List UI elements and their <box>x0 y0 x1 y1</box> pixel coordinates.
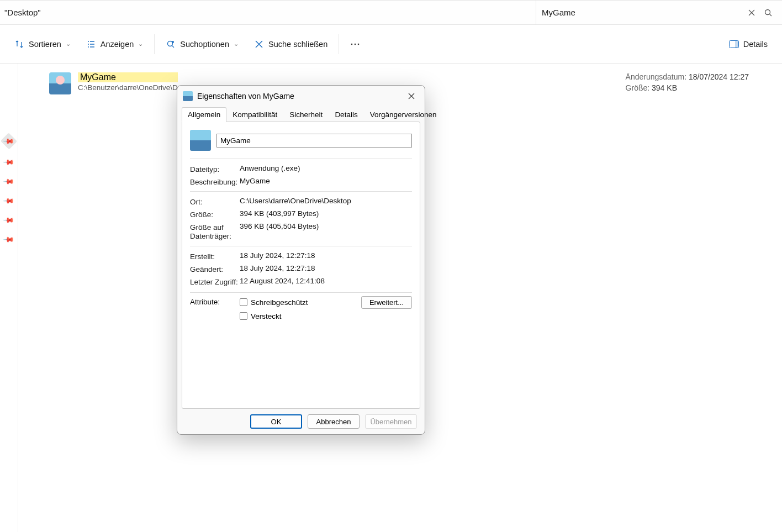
svg-rect-7 <box>735 40 739 48</box>
view-icon <box>86 39 96 49</box>
apply-button: Übernehmen <box>365 414 417 429</box>
sort-button[interactable]: Sortieren ⌄ <box>7 35 78 54</box>
filetype-value: Anwendung (.exe) <box>240 164 412 172</box>
description-value: MyGame <box>240 177 412 185</box>
size-label: Größe: <box>626 83 650 92</box>
chevron-down-icon: ⌄ <box>66 40 71 48</box>
size-label: Größe: <box>190 209 240 219</box>
readonly-checkbox[interactable] <box>240 298 247 306</box>
location-value: C:\Users\darre\OneDrive\Desktop <box>240 197 412 205</box>
toolbar-separator <box>154 34 155 54</box>
sort-label: Sortieren <box>29 40 61 49</box>
search-options-label: Suchoptionen <box>180 40 229 49</box>
dialog-title: Eigenschaften von MyGame <box>197 92 399 101</box>
file-meta-panel: Änderungsdatum: 18/07/2024 12:27 Größe: … <box>626 72 749 94</box>
accessed-value: 12 August 2024, 12:41:08 <box>240 277 412 285</box>
more-button[interactable] <box>342 35 368 54</box>
left-rail: 📌 📌 📌 📌 📌 📌 <box>0 64 18 532</box>
cancel-button[interactable]: Abbrechen <box>308 414 360 429</box>
size-on-disk-value: 396 KB (405,504 Bytes) <box>240 222 412 230</box>
size-value: 394 KB (403,997 Bytes) <box>240 209 412 218</box>
svg-point-2 <box>172 41 174 43</box>
advanced-button[interactable]: Erweitert... <box>361 296 412 309</box>
view-label: Anzeigen <box>101 40 134 49</box>
svg-point-0 <box>765 9 770 14</box>
file-name: MyGame <box>78 72 178 82</box>
details-pane-button[interactable]: Details <box>721 35 775 54</box>
top-bar: "Desktop" MyGame <box>0 0 782 25</box>
tab-previous-versions[interactable]: Vorgängerversionen <box>364 107 443 122</box>
close-icon <box>254 39 264 49</box>
close-search-button[interactable]: Suche schließen <box>246 35 335 54</box>
dialog-titlebar[interactable]: Eigenschaften von MyGame <box>177 86 425 107</box>
created-label: Erstellt: <box>190 251 240 261</box>
chevron-down-icon: ⌄ <box>138 40 143 48</box>
close-search-label: Suche schließen <box>268 40 327 49</box>
search-options-button[interactable]: Suchoptionen ⌄ <box>158 35 246 54</box>
modified-value: 18/07/2024 12:27 <box>689 72 749 81</box>
description-label: Beschreibung: <box>190 177 240 186</box>
details-pane-label: Details <box>743 40 768 49</box>
accessed-label: Letzter Zugriff: <box>190 277 240 287</box>
search-icon[interactable] <box>760 9 776 17</box>
modified-label: Geändert: <box>190 264 240 273</box>
filename-input[interactable] <box>216 134 412 148</box>
pin-icon[interactable]: 📌 <box>1 133 17 149</box>
svg-point-3 <box>351 43 353 45</box>
tab-details[interactable]: Details <box>329 107 363 122</box>
view-button[interactable]: Anzeigen ⌄ <box>78 35 151 54</box>
address-bar[interactable]: "Desktop" <box>0 1 536 24</box>
ok-button[interactable]: OK <box>250 414 302 429</box>
size-value: 394 KB <box>652 83 677 92</box>
address-path: "Desktop" <box>4 8 41 17</box>
attributes-label: Attribute: <box>190 296 240 306</box>
size-on-disk-label: Größe auf Datenträger: <box>190 222 240 241</box>
location-label: Ort: <box>190 197 240 206</box>
search-options-icon <box>166 39 176 49</box>
search-query: MyGame <box>542 8 743 17</box>
toolbar: Sortieren ⌄ Anzeigen ⌄ Suchoptionen ⌄ Su… <box>0 25 782 64</box>
pin-icon[interactable]: 📌 <box>3 214 15 227</box>
chevron-down-icon: ⌄ <box>234 40 239 48</box>
pin-icon[interactable]: 📌 <box>3 195 15 207</box>
readonly-label: Schreibgeschützt <box>251 298 308 307</box>
properties-dialog: Eigenschaften von MyGame Allgemein Kompa… <box>177 85 425 435</box>
file-large-icon <box>190 130 211 151</box>
file-icon <box>49 72 71 94</box>
dialog-tabs: Allgemein Kompatibilität Sicherheit Deta… <box>177 107 425 122</box>
modified-label: Änderungsdatum: <box>626 72 687 81</box>
dialog-buttons: OK Abbrechen Übernehmen <box>177 409 425 434</box>
pin-icon[interactable]: 📌 <box>3 156 15 168</box>
hidden-label: Versteckt <box>251 312 282 320</box>
tab-general[interactable]: Allgemein <box>182 107 226 122</box>
created-value: 18 July 2024, 12:27:18 <box>240 251 412 260</box>
dialog-close-button[interactable] <box>404 88 419 104</box>
svg-point-4 <box>355 43 356 45</box>
sort-icon <box>14 39 24 49</box>
tab-security[interactable]: Sicherheit <box>283 107 329 122</box>
svg-point-5 <box>358 43 360 45</box>
dialog-icon <box>183 91 193 101</box>
toolbar-separator <box>339 34 339 54</box>
search-box[interactable]: MyGame <box>536 1 782 24</box>
tab-body-general: Dateityp: Anwendung (.exe) Beschreibung:… <box>182 122 420 409</box>
pin-icon[interactable]: 📌 <box>3 234 15 246</box>
modified-value: 18 July 2024, 12:27:18 <box>240 264 412 272</box>
more-icon <box>350 39 360 49</box>
clear-search-icon[interactable] <box>743 9 760 16</box>
filetype-label: Dateityp: <box>190 164 240 173</box>
details-pane-icon <box>729 39 739 49</box>
tab-compatibility[interactable]: Kompatibilität <box>226 107 283 122</box>
hidden-checkbox[interactable] <box>240 312 247 320</box>
file-path: C:\Benutzer\darre\OneDrive\D <box>78 83 178 92</box>
pin-icon[interactable]: 📌 <box>3 176 15 188</box>
